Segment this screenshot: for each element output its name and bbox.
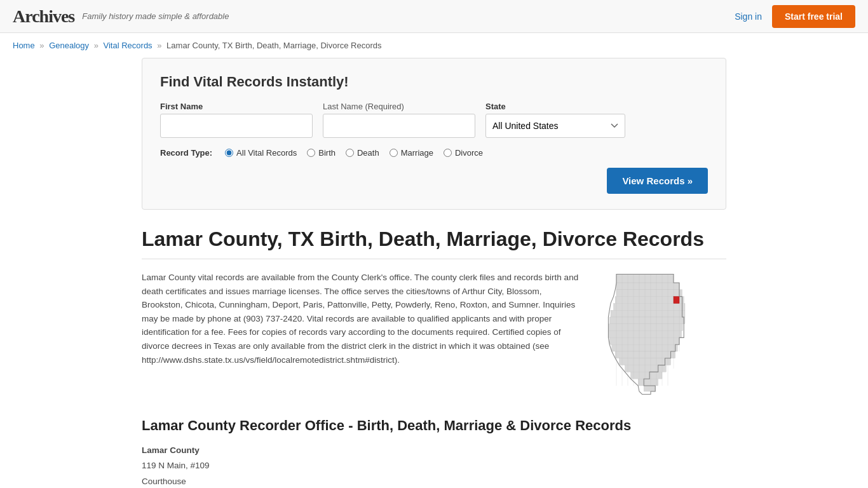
content-description: Lamar County vital records are available… xyxy=(142,271,584,400)
svg-rect-38 xyxy=(674,297,679,304)
search-actions: View Records » xyxy=(160,168,708,194)
svg-rect-25 xyxy=(644,386,655,391)
svg-rect-23 xyxy=(631,372,663,379)
breadcrumb-vital-records[interactable]: Vital Records xyxy=(104,41,153,50)
breadcrumb-sep-3: » xyxy=(157,41,161,50)
record-type-label: Record Type: xyxy=(160,148,212,158)
radio-divorce[interactable]: Divorce xyxy=(444,148,483,158)
radio-death[interactable]: Death xyxy=(346,148,379,158)
svg-rect-14 xyxy=(611,310,685,317)
state-label: State xyxy=(485,102,625,111)
first-name-label: First Name xyxy=(160,102,313,111)
breadcrumb-current: Lamar County, TX Birth, Death, Marriage,… xyxy=(166,41,381,50)
search-title: Find Vital Records Instantly! xyxy=(160,74,708,90)
logo: Archives xyxy=(13,6,74,27)
page-title: Lamar County, TX Birth, Death, Marriage,… xyxy=(142,227,726,251)
radio-divorce-input[interactable] xyxy=(444,149,452,157)
svg-rect-22 xyxy=(625,365,667,372)
section-title: Lamar County Recorder Office - Birth, De… xyxy=(142,417,726,434)
first-name-group: First Name xyxy=(160,102,313,138)
state-select[interactable]: All United States Alabama Texas xyxy=(485,114,625,138)
header-left: Archives Family history made simple & af… xyxy=(13,6,229,27)
breadcrumb-genealogy[interactable]: Genealogy xyxy=(49,41,89,50)
svg-rect-24 xyxy=(638,379,658,386)
breadcrumb-home[interactable]: Home xyxy=(13,41,35,50)
search-fields: First Name Last Name (Required) State Al… xyxy=(160,102,708,138)
radio-group: All Vital Records Birth Death Marriage D… xyxy=(225,148,483,158)
svg-rect-20 xyxy=(615,351,675,358)
logo-tagline: Family history made simple & affordable xyxy=(82,11,229,21)
svg-rect-11 xyxy=(616,290,682,297)
svg-rect-16 xyxy=(608,324,682,331)
header-right: Sign in Start free trial xyxy=(735,5,855,28)
start-trial-button[interactable]: Start free trial xyxy=(772,5,855,28)
radio-birth-input[interactable] xyxy=(307,149,315,157)
radio-all-vital-input[interactable] xyxy=(225,149,233,157)
content-area: Lamar County vital records are available… xyxy=(142,271,726,400)
svg-rect-19 xyxy=(612,344,678,351)
breadcrumb-sep-2: » xyxy=(94,41,98,50)
svg-rect-13 xyxy=(614,303,686,310)
breadcrumb: Home » Genealogy » Vital Records » Lamar… xyxy=(0,33,868,58)
last-name-group: Last Name (Required) xyxy=(323,102,475,138)
view-records-button[interactable]: View Records » xyxy=(607,168,708,194)
svg-rect-18 xyxy=(609,337,679,344)
record-type-row: Record Type: All Vital Records Birth Dea… xyxy=(160,148,708,158)
office-info: Lamar County 119 N Main, #109 Courthouse… xyxy=(142,443,726,488)
state-group: State All United States Alabama Texas xyxy=(485,102,625,138)
map-container xyxy=(599,271,726,400)
radio-marriage[interactable]: Marriage xyxy=(390,148,433,158)
breadcrumb-sep-1: » xyxy=(39,41,44,50)
address-line2: Courthouse xyxy=(142,474,726,488)
address-line1: 119 N Main, #109 xyxy=(142,458,726,473)
main-content: Find Vital Records Instantly! First Name… xyxy=(129,58,739,488)
svg-rect-15 xyxy=(609,317,685,324)
last-name-label: Last Name (Required) xyxy=(323,102,475,111)
radio-all-vital[interactable]: All Vital Records xyxy=(225,148,297,158)
radio-marriage-input[interactable] xyxy=(390,149,398,157)
office-name: Lamar County xyxy=(142,443,726,458)
last-name-input[interactable] xyxy=(323,114,475,138)
site-header: Archives Family history made simple & af… xyxy=(0,0,868,33)
radio-death-input[interactable] xyxy=(346,149,354,157)
radio-birth[interactable]: Birth xyxy=(307,148,336,158)
first-name-input[interactable] xyxy=(160,114,313,138)
svg-rect-10 xyxy=(616,283,679,290)
title-divider xyxy=(142,259,726,259)
sign-in-link[interactable]: Sign in xyxy=(735,11,762,22)
search-box: Find Vital Records Instantly! First Name… xyxy=(142,58,726,210)
texas-map xyxy=(599,271,714,398)
